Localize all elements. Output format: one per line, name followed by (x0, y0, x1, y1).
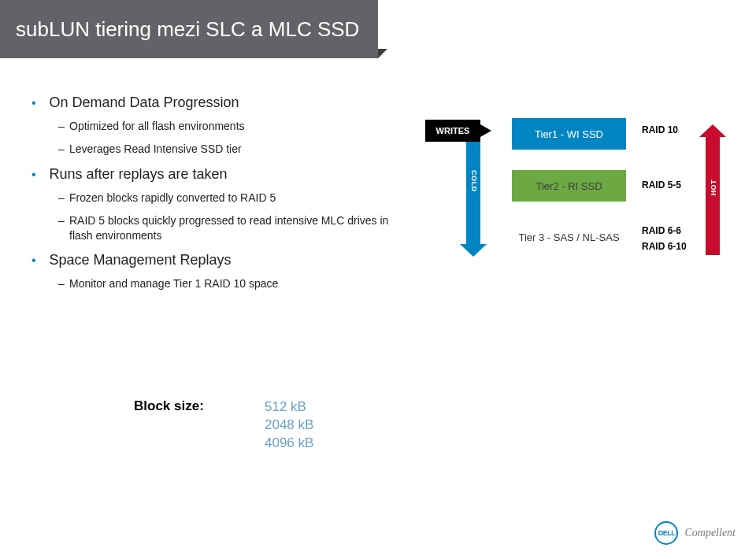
bullet-1-sub-2: Leverages Read Intensive SSD tier (58, 142, 410, 157)
bullet-3-sub-1: Monitor and manage Tier 1 RAID 10 space (58, 276, 410, 291)
diagram: WRITES COLD HOT Tier1 - WI SSD Tier2 - R… (410, 94, 724, 301)
block-size-values: 512 kB 2048 kB 4096 kB (265, 398, 313, 453)
compellent-text: Compellent (684, 527, 736, 539)
page-title: subLUN tiering mezi SLC a MLC SSD (16, 17, 359, 42)
block-size-section: Block size: 512 kB 2048 kB 4096 kB (134, 398, 313, 453)
bullet-1: On Demand Data Progression Optimized for… (32, 94, 410, 157)
raid-10-label: RAID 10 (642, 124, 697, 135)
cold-arrow-shaft (466, 142, 480, 244)
bullet-column: On Demand Data Progression Optimized for… (32, 94, 410, 301)
raid-5-5-label: RAID 5-5 (642, 180, 697, 191)
bullet-1-text: On Demand Data Progression (49, 94, 239, 110)
bullet-3-text: Space Management Replays (49, 252, 231, 268)
cold-arrow-head-icon (460, 244, 487, 257)
tier1-box: Tier1 - WI SSD (512, 118, 626, 150)
title-notch (378, 49, 387, 58)
cold-label: COLD (470, 170, 478, 192)
raid-6-10-label: RAID 6-10 (642, 241, 697, 252)
footer-logo: DELL Compellent (654, 521, 736, 545)
block-size-label: Block size: (134, 398, 265, 453)
hot-arrow-shaft (706, 137, 720, 255)
dell-logo-icon: DELL (654, 521, 678, 545)
bullet-2-text: Runs after replays are taken (49, 166, 227, 182)
block-size-v3: 4096 kB (265, 435, 313, 453)
tier3-box: Tier 3 - SAS / NL-SAS (512, 222, 626, 254)
hot-label: HOT (710, 180, 717, 196)
writes-arrow-icon (480, 124, 491, 137)
bullet-3: Space Management Replays Monitor and man… (32, 252, 410, 291)
bullet-2: Runs after replays are taken Frozen bloc… (32, 166, 410, 243)
bullet-2-sub-1: Frozen blocks rapidly converted to RAID … (58, 191, 410, 205)
bullet-2-sub-2: RAID 5 blocks quickly progressed to read… (58, 213, 410, 243)
hot-arrow-head-icon (699, 124, 726, 137)
raid-6-6-label: RAID 6-6 (642, 225, 697, 236)
title-band: subLUN tiering mezi SLC a MLC SSD (0, 0, 378, 58)
bullet-1-sub-1: Optimized for all flash environments (58, 119, 410, 134)
tier2-box: Tier2 - RI SSD (512, 170, 626, 202)
block-size-v2: 2048 kB (265, 416, 313, 435)
block-size-v1: 512 kB (265, 398, 313, 416)
content-area: On Demand Data Progression Optimized for… (32, 94, 724, 301)
writes-badge: WRITES (425, 120, 480, 142)
